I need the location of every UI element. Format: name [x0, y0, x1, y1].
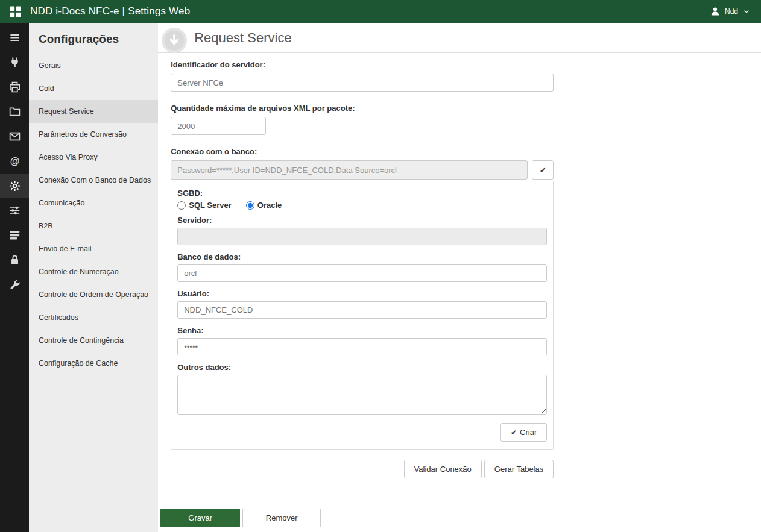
app-title: NDD i-Docs NFC-e | Settings Web — [30, 5, 190, 17]
request-service-icon — [161, 27, 188, 54]
senha-label: Senha: — [177, 326, 547, 335]
app-window: NDD i-Docs NFC-e | Settings Web Ndd @ Co… — [0, 0, 761, 532]
plug-icon[interactable] — [0, 50, 29, 75]
sgbd-radio-group: SQL ServerOracle — [177, 201, 547, 210]
radio-button[interactable] — [246, 201, 254, 210]
user-menu[interactable]: Ndd — [710, 7, 750, 16]
sidebar-title: Configurações — [29, 23, 158, 54]
topbar: NDD i-Docs NFC-e | Settings Web Ndd — [0, 0, 761, 23]
senha-input[interactable] — [177, 338, 547, 355]
gerar-tabelas-button[interactable]: Gerar Tabelas — [484, 460, 554, 478]
lock-icon[interactable] — [0, 248, 29, 272]
banco-input[interactable] — [177, 264, 547, 282]
envelope-icon[interactable] — [0, 124, 29, 149]
user-icon — [710, 7, 720, 16]
folder-icon[interactable] — [0, 99, 29, 124]
sidebar-item-envio-de-e-mail[interactable]: Envio de E-mail — [29, 237, 158, 260]
main-content: Request Service Identificador do servido… — [158, 23, 761, 532]
page-header: Request Service — [158, 23, 761, 53]
chevron-down-icon — [743, 8, 750, 15]
sgbd-label: SGBD: — [177, 189, 547, 198]
sidebar-item-controle-de-conting-ncia[interactable]: Controle de Contingência — [29, 329, 158, 352]
sgbd-option-oracle[interactable]: Oracle — [246, 201, 282, 210]
at-icon[interactable]: @ — [0, 149, 29, 174]
max-xml-label: Quantidade máxima de arquivos XML por pa… — [171, 104, 568, 113]
check-icon: ✔ — [540, 166, 546, 175]
connection-string-input[interactable] — [171, 160, 528, 180]
sidebar: Configurações GeraisColdRequest ServiceP… — [29, 23, 158, 532]
outros-textarea[interactable] — [177, 375, 547, 415]
sidebar-item-controle-de-numera-o[interactable]: Controle de Numeração — [29, 260, 158, 283]
app-logo-icon[interactable] — [10, 6, 21, 17]
svg-text:@: @ — [10, 155, 19, 166]
wrench-icon[interactable] — [0, 272, 29, 297]
sidebar-item-b2b[interactable]: B2B — [29, 214, 158, 237]
server-id-label: Identificador do servidor: — [171, 60, 568, 69]
sgbd-option-sql-server[interactable]: SQL Server — [177, 201, 232, 210]
radio-label: SQL Server — [189, 201, 232, 210]
sidebar-item-comunica-o[interactable]: Comunicação — [29, 192, 158, 214]
menu-icon[interactable] — [0, 25, 29, 50]
sidebar-list: GeraisColdRequest ServiceParâmetros de C… — [29, 54, 158, 375]
remover-button[interactable]: Remover — [242, 509, 321, 527]
page-title: Request Service — [194, 30, 291, 46]
radio-label: Oracle — [257, 201, 282, 210]
server-id-input[interactable] — [171, 74, 554, 92]
gravar-button[interactable]: Gravar — [160, 509, 240, 527]
stack-icon[interactable] — [0, 223, 29, 248]
sliders-icon[interactable] — [0, 198, 29, 223]
outros-label: Outros dados: — [177, 363, 547, 372]
sidebar-item-controle-de-ordem-de-opera-o[interactable]: Controle de Ordem de Operação — [29, 283, 158, 306]
max-xml-input[interactable] — [171, 117, 266, 135]
printer-icon[interactable] — [0, 75, 29, 99]
sidebar-item-configura-o-de-cache[interactable]: Configuração de Cache — [29, 352, 158, 375]
request-service-form: Identificador do servidor: Quantidade má… — [158, 53, 568, 527]
criar-button-label: Criar — [520, 428, 537, 437]
sidebar-item-cold[interactable]: Cold — [29, 77, 158, 100]
sidebar-item-acesso-via-proxy[interactable]: Acesso Via Proxy — [29, 146, 158, 169]
sidebar-item-request-service[interactable]: Request Service — [29, 100, 158, 123]
validar-conexao-button[interactable]: Validar Conexão — [404, 460, 482, 478]
connection-confirm-button[interactable]: ✔ — [532, 160, 554, 180]
connection-panel: SGBD: SQL ServerOracle Servidor: Banco d… — [171, 181, 554, 450]
connection-row: ✔ — [171, 160, 554, 180]
criar-row: ✔Criar — [177, 423, 547, 442]
icon-rail: @ — [0, 23, 29, 532]
connection-actions: Validar Conexão Gerar Tabelas — [171, 460, 554, 478]
connection-label: Conexão com o banco: — [171, 147, 568, 156]
banco-label: Banco de dados: — [177, 252, 547, 261]
sidebar-item-conex-o-com-o-banco-de-dados[interactable]: Conexão Com o Banco de Dados — [29, 169, 158, 192]
form-actions: Gravar Remover — [160, 509, 568, 527]
sidebar-item-par-metros-de-convers-o[interactable]: Parâmetros de Conversão — [29, 123, 158, 146]
usuario-label: Usuário: — [177, 289, 547, 298]
criar-button[interactable]: ✔Criar — [500, 423, 547, 442]
user-name: Ndd — [725, 7, 738, 16]
sidebar-item-certificados[interactable]: Certificados — [29, 306, 158, 329]
usuario-input[interactable] — [177, 301, 547, 319]
check-icon: ✔ — [511, 428, 517, 437]
sidebar-item-gerais[interactable]: Gerais — [29, 54, 158, 77]
radio-button[interactable] — [177, 201, 186, 210]
servidor-label: Servidor: — [177, 216, 547, 225]
gear-icon[interactable] — [0, 174, 29, 198]
servidor-input[interactable] — [177, 228, 547, 245]
